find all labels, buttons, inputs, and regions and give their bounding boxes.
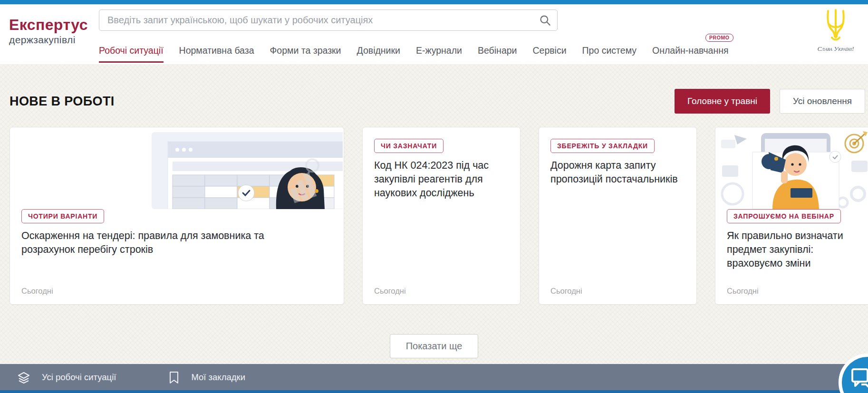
- search-bar: [99, 10, 558, 31]
- nav-item-robochi-sytuatsii[interactable]: Робочі ситуації: [99, 45, 164, 63]
- card-date: Сьогодні: [21, 287, 53, 296]
- card-badge: ЧИ ЗАЗНАЧАТИ: [374, 139, 444, 153]
- all-updates-button[interactable]: Усі оновлення: [780, 89, 865, 114]
- news-card[interactable]: ЧИ ЗАЗНАЧАТИ Код НК 024:2023 під час зак…: [362, 127, 521, 305]
- page-title: НОВЕ В РОБОТІ: [10, 94, 115, 109]
- nav-item-vebinary[interactable]: Вебінари: [478, 45, 517, 63]
- card-badge: ЗАПРОШУЄМО НА ВЕБІНАР: [727, 209, 841, 223]
- bookmark-icon: [168, 371, 180, 384]
- logo-brand: Експертус: [9, 17, 88, 34]
- content-area: НОВЕ В РОБОТІ Головне у травні Усі оновл…: [0, 64, 868, 368]
- card-title[interactable]: Дорожня карта запиту пропозицій постачал…: [550, 159, 686, 186]
- card-title[interactable]: Код НК 024:2023 під час закупівлі реаген…: [374, 159, 510, 200]
- logo-product: держзакупівлі: [9, 34, 88, 46]
- card-illustration-tender-calendar: [10, 127, 344, 209]
- layers-icon: [17, 371, 30, 384]
- card-title[interactable]: Як правильно визначати предмет закупівлі…: [727, 229, 862, 270]
- bottom-accent-strip: [0, 390, 868, 393]
- search-icon[interactable]: [539, 14, 551, 27]
- nav-item-label: Онлайн-навчання: [652, 45, 729, 56]
- card-title[interactable]: Оскарження на тендері: правила для замов…: [21, 229, 307, 257]
- search-input[interactable]: [99, 10, 558, 31]
- chat-bubbles-icon: [850, 367, 868, 390]
- all-work-situations-label: Усі робочі ситуації: [42, 372, 116, 383]
- card-illustration-webinar-speaker: [715, 127, 868, 209]
- card-date: Сьогодні: [550, 287, 582, 296]
- ukraine-trident-icon: [823, 8, 848, 42]
- bottom-toolbar: Усі робочі ситуації Мої закладки: [0, 364, 868, 390]
- main-in-may-button[interactable]: Головне у травні: [675, 89, 770, 114]
- my-bookmarks-link[interactable]: Мої закладки: [168, 371, 245, 384]
- top-accent-strip: [0, 0, 868, 4]
- card-date: Сьогодні: [727, 287, 759, 296]
- nav-item-formy-ta-zrazky[interactable]: Форми та зразки: [270, 45, 341, 63]
- nav-item-pro-systemu[interactable]: Про систему: [582, 45, 637, 63]
- slava-ukraini-block: Слава Україні!: [811, 8, 860, 53]
- main-nav: Робочі ситуації Нормативна база Форми та…: [99, 45, 729, 63]
- card-badge: ЧОТИРИ ВАРІАНТИ: [21, 209, 104, 223]
- card-badge: ЗБЕРЕЖІТЬ У ЗАКЛАДКИ: [550, 139, 655, 153]
- slava-ukraini-text: Слава Україні!: [811, 45, 860, 53]
- news-card[interactable]: ЗБЕРЕЖІТЬ У ЗАКЛАДКИ Дорожня карта запит…: [539, 127, 697, 305]
- all-work-situations-link[interactable]: Усі робочі ситуації: [17, 371, 116, 384]
- logo[interactable]: Експертус держзакупівлі: [9, 17, 88, 45]
- card-date: Сьогодні: [374, 287, 406, 296]
- nav-item-dovidnyky[interactable]: Довідники: [357, 45, 400, 63]
- news-card[interactable]: ЧОТИРИ ВАРІАНТИ Оскарження на тендері: п…: [10, 127, 344, 305]
- news-card[interactable]: ЗАПРОШУЄМО НА ВЕБІНАР Як правильно визна…: [715, 127, 868, 305]
- nav-item-online-navchannia[interactable]: Онлайн-навчання PROMO: [652, 45, 729, 63]
- site-header: Експертус держзакупівлі Робочі ситуації …: [0, 4, 868, 64]
- nav-item-normatyvna-baza[interactable]: Нормативна база: [179, 45, 254, 63]
- news-cards-row: ЧОТИРИ ВАРІАНТИ Оскарження на тендері: п…: [10, 127, 868, 305]
- promo-badge: PROMO: [705, 34, 733, 42]
- nav-item-servisy[interactable]: Сервіси: [532, 45, 566, 63]
- my-bookmarks-label: Мої закладки: [191, 372, 245, 383]
- show-more-button[interactable]: Показати ще: [390, 334, 479, 358]
- nav-item-e-zhurnaly[interactable]: Е-журнали: [416, 45, 462, 63]
